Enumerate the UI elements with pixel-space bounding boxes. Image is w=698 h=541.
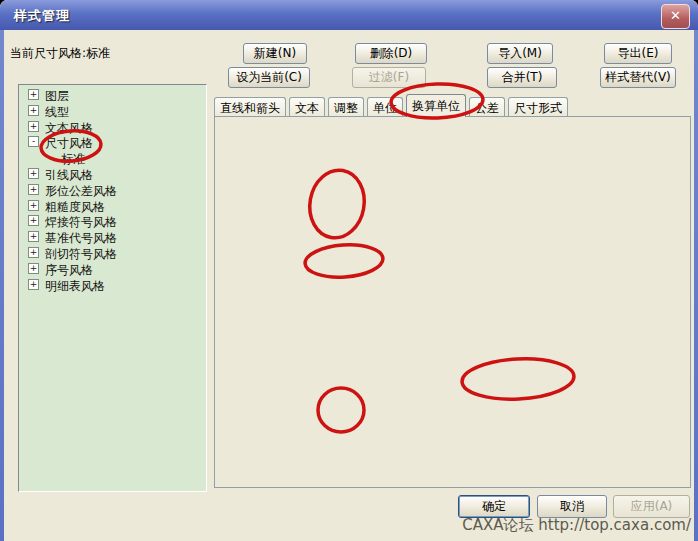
- window-border-right: [694, 30, 698, 541]
- expand-icon[interactable]: +: [28, 263, 39, 274]
- tab-adjust[interactable]: 调整: [328, 97, 364, 117]
- tab-conversion-units[interactable]: 换算单位: [406, 94, 466, 117]
- tab-page: [214, 116, 691, 488]
- export-button[interactable]: 导出(E): [604, 43, 672, 64]
- style-tree: +图层 +线型 +文本风格 -尺寸风格 标准 +引线风格 +形位公差风格 +粗糙…: [18, 84, 207, 492]
- apply-button[interactable]: 应用(A): [613, 495, 690, 518]
- tree-item-roughness-style[interactable]: +粗糙度风格: [19, 198, 206, 214]
- tree-item-dim-style[interactable]: -尺寸风格: [19, 134, 206, 150]
- expand-icon[interactable]: +: [28, 89, 39, 100]
- expand-icon[interactable]: +: [28, 279, 39, 290]
- tree-item-gdt-style[interactable]: +形位公差风格: [19, 182, 206, 198]
- new-button[interactable]: 新建(N): [243, 43, 307, 64]
- expand-icon[interactable]: +: [28, 184, 39, 195]
- collapse-icon[interactable]: -: [28, 136, 39, 147]
- tree-item-layer[interactable]: +图层: [19, 87, 206, 103]
- tree-item-serial-style[interactable]: +序号风格: [19, 261, 206, 277]
- tree-item-bom-style[interactable]: +明细表风格: [19, 277, 206, 293]
- tree-item-standard[interactable]: 标准: [19, 150, 206, 166]
- style-override-button[interactable]: 样式替代(V): [600, 67, 676, 88]
- tree-item-section-style[interactable]: +剖切符号风格: [19, 245, 206, 261]
- tree-item-weld-style[interactable]: +焊接符号风格: [19, 213, 206, 229]
- tab-units[interactable]: 单位: [367, 97, 403, 117]
- expand-icon[interactable]: +: [28, 231, 39, 242]
- tree-item-leader-style[interactable]: +引线风格: [19, 166, 206, 182]
- tab-dim-form[interactable]: 尺寸形式: [508, 97, 568, 117]
- expand-icon[interactable]: +: [28, 247, 39, 258]
- expand-icon[interactable]: +: [28, 215, 39, 226]
- caxa-watermark: CAXA论坛 http://top.caxa.com/: [462, 516, 691, 535]
- tree-item-datum-style[interactable]: +基准代号风格: [19, 229, 206, 245]
- tab-tolerance[interactable]: 公差: [469, 97, 505, 117]
- tab-strip: 直线和箭头 文本 调整 单位 换算单位 公差 尺寸形式: [214, 96, 571, 117]
- window-border-left: [0, 30, 4, 541]
- delete-button[interactable]: 删除(D): [355, 43, 427, 64]
- current-style-label: 当前尺寸风格:标准: [10, 45, 110, 62]
- expand-icon[interactable]: +: [28, 200, 39, 211]
- tab-text[interactable]: 文本: [289, 97, 325, 117]
- ok-button[interactable]: 确定: [458, 495, 530, 518]
- tree-item-text-style[interactable]: +文本风格: [19, 119, 206, 135]
- expand-icon[interactable]: +: [28, 121, 39, 132]
- close-icon[interactable]: ✕: [661, 4, 690, 29]
- filter-button[interactable]: 过滤(F): [352, 67, 426, 88]
- tab-lines-arrows[interactable]: 直线和箭头: [214, 97, 286, 117]
- expand-icon[interactable]: +: [28, 168, 39, 179]
- style-manager-dialog: 样式管理 ✕ 当前尺寸风格:标准 +图层 +线型 +文本风格 -尺寸风格 标准 …: [0, 0, 698, 541]
- set-current-button[interactable]: 设为当前(C): [228, 67, 310, 88]
- title-bar[interactable]: 样式管理 ✕: [0, 0, 698, 30]
- cancel-button[interactable]: 取消: [537, 495, 607, 518]
- import-button[interactable]: 导入(M): [487, 43, 553, 64]
- tree-item-linetype[interactable]: +线型: [19, 103, 206, 119]
- window-title: 样式管理: [14, 7, 70, 25]
- merge-button[interactable]: 合并(T): [487, 67, 557, 88]
- expand-icon[interactable]: +: [28, 105, 39, 116]
